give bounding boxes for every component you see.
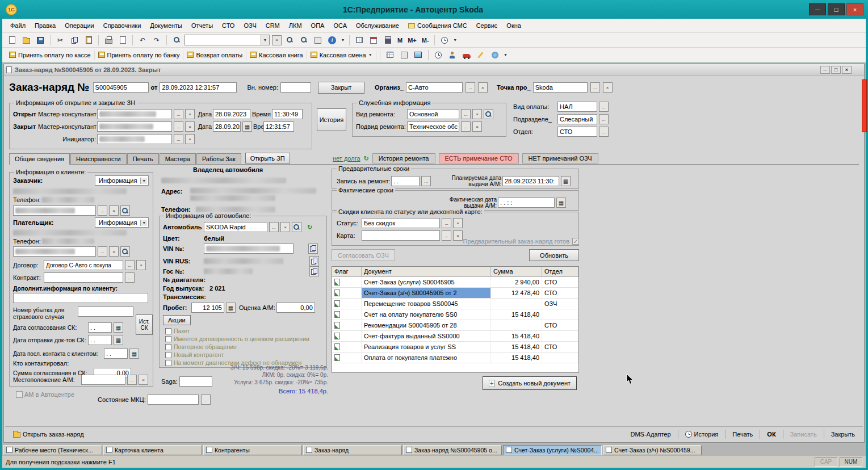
save-icon[interactable] <box>34 35 47 46</box>
menu-item[interactable]: Отчеты <box>187 20 217 31</box>
clear-button[interactable]: × <box>603 82 613 93</box>
repair-subtype-field[interactable]: Техническое обс <box>407 121 459 132</box>
clear-button[interactable]: × <box>185 121 195 132</box>
lookup-button[interactable]: ... <box>98 246 107 257</box>
clear-button[interactable]: × <box>453 218 463 228</box>
payer-info-dropdown[interactable]: Информация ▼ <box>95 217 149 228</box>
undo-icon[interactable]: ↶ <box>136 35 149 46</box>
refresh-button[interactable]: Обновить <box>529 249 579 261</box>
quick-search-input[interactable]: ▼ <box>184 35 270 45</box>
taskbar-tab[interactable]: Счет-Заказ (з/ч) №S000459... <box>603 445 702 455</box>
lookup-button[interactable]: ... <box>421 176 431 186</box>
redo-icon[interactable]: ↷ <box>150 35 163 46</box>
status-closed-button[interactable]: Закрыт <box>318 82 364 94</box>
payment-toolbar-button[interactable]: Возврат оплаты ▼ <box>183 51 246 60</box>
table-row[interactable]: Оплата от покупателя платежно 15 418,40 <box>332 352 578 363</box>
menu-item[interactable]: Обслуживание <box>351 20 404 31</box>
tab[interactable]: Неисправности <box>70 153 127 164</box>
column-header[interactable]: Сумма <box>491 267 542 276</box>
more-dropdown-icon[interactable]: ▼ <box>503 49 509 61</box>
new-document-icon[interactable] <box>6 35 18 46</box>
no-debt-link[interactable]: нет долга <box>333 155 360 162</box>
clear-button[interactable]: × <box>109 205 119 216</box>
am-in-center-checkbox[interactable] <box>16 391 23 398</box>
lookup-button[interactable]: ... <box>125 260 135 270</box>
save-button[interactable]: Записать <box>787 430 820 439</box>
closed-time-field[interactable]: 12:31:57 <box>263 121 294 132</box>
sales-point-field[interactable]: Skoda <box>533 82 588 93</box>
search-button[interactable] <box>120 246 130 257</box>
car-option-checkbox[interactable] <box>165 360 171 366</box>
schedule-icon[interactable] <box>432 49 445 61</box>
discount-status-field[interactable]: Без скидок <box>362 218 440 228</box>
search-button[interactable] <box>120 205 130 216</box>
calendar-button[interactable]: ▦ <box>114 322 123 333</box>
actions-button[interactable]: Акции <box>163 315 191 325</box>
menu-item[interactable]: Справочники <box>99 20 146 31</box>
estimate-field[interactable]: 0,00 <box>276 303 315 313</box>
sk-docs-date-field[interactable]: . . <box>88 335 112 345</box>
history-button[interactable]: История <box>317 108 346 131</box>
report-table-icon[interactable] <box>384 49 396 61</box>
repair-history-button[interactable]: История ремонта <box>372 153 435 163</box>
closed-date-field[interactable]: 28.09.202 <box>213 121 241 132</box>
search-button[interactable] <box>292 222 301 232</box>
taskbar-tab[interactable]: Контрагенты <box>203 445 302 455</box>
menu-item[interactable]: Сообщения СМС <box>404 20 472 31</box>
copy-vin-rus-button[interactable] <box>309 256 319 266</box>
column-header[interactable]: Документ <box>362 267 491 276</box>
picture-icon[interactable] <box>412 49 425 61</box>
clear-button[interactable]: × <box>472 109 482 119</box>
lookup-button[interactable]: ... <box>461 109 471 119</box>
lookup-button[interactable]: ... <box>599 114 609 124</box>
lookup-button[interactable]: ... <box>98 205 107 216</box>
lookup-button[interactable]: ... <box>127 375 137 385</box>
lookup-button[interactable]: ... <box>201 395 211 405</box>
column-header[interactable]: Флаг <box>332 267 362 276</box>
taskbar-tab[interactable]: Счет-Заказ (услуги) №S0004... <box>503 445 602 455</box>
vehicles-icon[interactable] <box>460 49 473 61</box>
settings-icon[interactable] <box>438 35 451 46</box>
clear-button[interactable]: × <box>185 134 195 144</box>
tab[interactable]: Работы Зак <box>196 153 241 164</box>
vin-field[interactable] <box>204 244 293 254</box>
paste-icon[interactable] <box>82 35 95 46</box>
taskbar-tab[interactable]: Заказ-наряд <box>303 445 402 455</box>
ozch-note-button[interactable]: НЕТ примечаний ОЗЧ <box>522 153 598 163</box>
memory-recall-button[interactable]: М <box>396 37 404 44</box>
tab[interactable]: Общие сведения <box>9 153 70 165</box>
open-order-link[interactable]: Открыть заказ-наряд <box>10 430 87 439</box>
menu-item[interactable]: Окна <box>502 20 526 31</box>
lookup-button[interactable]: ... <box>174 121 183 132</box>
info-dropdown-icon[interactable]: ▼ <box>340 35 346 46</box>
calendar-button[interactable]: ▦ <box>561 176 571 186</box>
clear-button[interactable]: × <box>109 246 119 257</box>
clear-button[interactable]: × <box>185 109 195 119</box>
car-field[interactable]: SKODA Rapid <box>204 222 267 232</box>
search-button[interactable] <box>484 109 493 119</box>
lookup-button[interactable]: ... <box>599 127 609 137</box>
memory-plus-button[interactable]: М+ <box>406 37 418 44</box>
sk-approval-date-field[interactable]: . . <box>88 322 112 333</box>
lookup-button[interactable]: ... <box>174 109 183 119</box>
copy-icon[interactable] <box>68 35 81 46</box>
car-option-checkbox[interactable] <box>165 336 171 342</box>
calendar-button[interactable]: ▦ <box>242 121 252 132</box>
opened-time-field[interactable]: 11:30:49 <box>272 109 303 119</box>
copy-gos-button[interactable] <box>309 266 319 276</box>
lookup-button[interactable]: ... <box>466 82 475 93</box>
actual-date-field[interactable]: . . : : <box>498 198 555 208</box>
menu-item[interactable]: ЛКМ <box>284 20 307 31</box>
initiator-field[interactable] <box>97 134 172 144</box>
calendar-icon[interactable] <box>367 35 380 46</box>
ok-button[interactable]: ОК <box>764 430 779 439</box>
clear-button[interactable]: × <box>136 260 146 270</box>
payment-toolbar-button[interactable]: Кассовая книга ▼ <box>246 51 307 60</box>
taskbar-tab[interactable]: Заказ-наряд №S00045905 о... <box>403 445 502 455</box>
clear-button[interactable]: × <box>280 222 290 232</box>
closed-master-field[interactable] <box>97 121 172 132</box>
open-link-icon[interactable] <box>312 35 324 46</box>
organization-field[interactable]: С-Авто <box>406 82 463 93</box>
alert-stripe[interactable] <box>862 79 867 132</box>
column-header[interactable]: Отдел <box>542 267 578 276</box>
